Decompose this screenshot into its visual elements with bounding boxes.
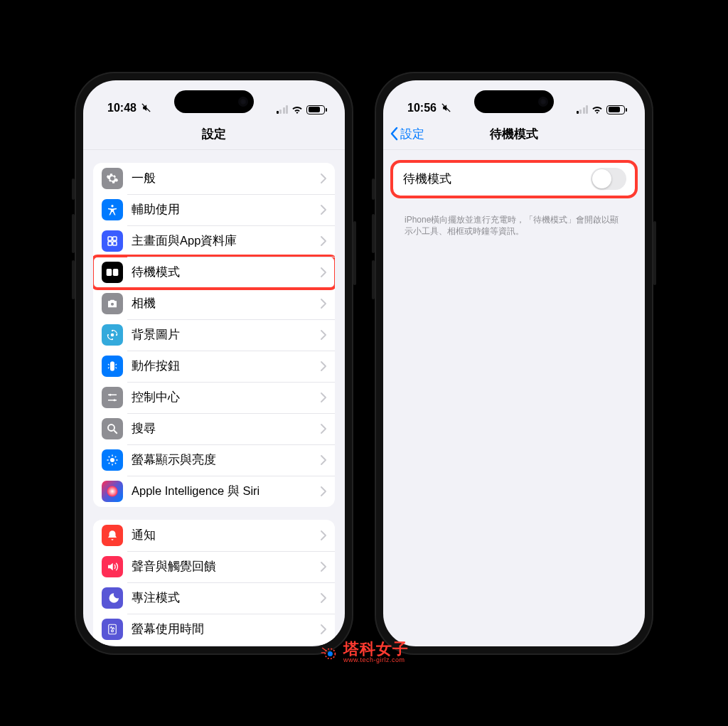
- settings-row-wallpaper[interactable]: 背景圖片: [93, 319, 335, 351]
- row-label: 動作按鈕: [132, 358, 321, 374]
- mute-icon: [141, 102, 151, 113]
- svg-line-20: [114, 430, 117, 434]
- screen-right: 10:56 設定 待機模式: [383, 80, 645, 646]
- settings-row-camera[interactable]: 相機: [93, 288, 335, 319]
- settings-row-screentime[interactable]: 螢幕使用時間: [93, 614, 335, 645]
- focus-icon: [102, 587, 123, 609]
- standby-toggle-off[interactable]: [591, 168, 626, 190]
- chevron-right-icon: [321, 205, 326, 215]
- status-time: 10:56: [407, 102, 437, 114]
- standby-footer-text: iPhone橫向擺放並進行充電時，「待機模式」會開啟以顯示小工具、相框或時鐘等資…: [393, 208, 635, 238]
- settings-row-focus[interactable]: 專注模式: [93, 582, 335, 614]
- chevron-right-icon: [321, 424, 326, 434]
- toggle-label: 待機模式: [402, 171, 591, 187]
- svg-rect-6: [107, 269, 112, 276]
- row-label: 待機模式: [132, 265, 321, 280]
- settings-row-sound[interactable]: 聲音與觸覺回饋: [93, 551, 335, 582]
- chevron-right-icon: [321, 299, 326, 309]
- standby-icon: [102, 262, 123, 283]
- watermark-sub: www.tech-girlz.com: [343, 657, 405, 663]
- svg-line-26: [109, 456, 110, 457]
- nav-bar: 設定 待機模式: [383, 119, 645, 150]
- svg-point-19: [108, 425, 114, 431]
- chevron-right-icon: [321, 486, 326, 496]
- screentime-icon: [102, 619, 123, 640]
- svg-point-10: [112, 329, 113, 331]
- camera-icon: [102, 293, 123, 314]
- volume-down-button: [372, 214, 375, 253]
- volume-down-button: [72, 214, 75, 253]
- row-label: Apple Intelligence 與 Siri: [132, 484, 321, 499]
- toggle-knob: [592, 169, 611, 188]
- svg-point-30: [107, 486, 118, 496]
- screen-left: 10:48 設定 一般輔助使用主畫面與App資料庫待機模式相機背景圖片動作按鈕控: [83, 80, 345, 646]
- action-button-physical: [372, 260, 375, 299]
- row-label: 輔助使用: [132, 202, 321, 218]
- svg-point-11: [116, 333, 117, 335]
- mute-icon: [441, 102, 451, 113]
- volume-up-button: [72, 178, 75, 200]
- svg-point-12: [112, 338, 113, 339]
- chevron-right-icon: [321, 593, 326, 603]
- settings-row-control[interactable]: 控制中心: [93, 382, 335, 413]
- svg-line-28: [109, 462, 110, 464]
- row-label: 聲音與觸覺回饋: [132, 559, 321, 575]
- chevron-right-icon: [321, 530, 326, 540]
- settings-row-siri[interactable]: Apple Intelligence 與 Siri: [93, 476, 335, 507]
- siri-icon: [102, 481, 123, 502]
- general-icon: [102, 168, 123, 189]
- back-button[interactable]: 設定: [389, 126, 424, 142]
- row-label: 螢幕顯示與亮度: [132, 452, 321, 468]
- chevron-left-icon: [389, 127, 399, 141]
- svg-point-13: [107, 333, 109, 335]
- chevron-right-icon: [321, 562, 326, 572]
- home-icon: [102, 230, 123, 252]
- settings-row-accessibility[interactable]: 輔助使用: [93, 194, 335, 225]
- svg-rect-7: [113, 269, 119, 276]
- phone-right: 10:56 設定 待機模式: [375, 72, 653, 655]
- chevron-right-icon: [321, 455, 326, 465]
- back-label: 設定: [400, 126, 424, 142]
- svg-rect-4: [108, 241, 112, 245]
- status-time: 10:48: [107, 102, 136, 114]
- chevron-right-icon: [321, 174, 326, 183]
- sound-icon: [102, 556, 123, 577]
- dynamic-island: [474, 90, 554, 113]
- row-label: 專注模式: [132, 590, 321, 606]
- accessibility-icon: [102, 199, 123, 220]
- wifi-icon: [592, 105, 603, 114]
- svg-point-9: [111, 333, 114, 336]
- settings-row-notif[interactable]: 通知: [93, 520, 335, 551]
- nav-title: 待機模式: [490, 126, 538, 142]
- svg-rect-2: [108, 237, 112, 240]
- row-label: 一般: [132, 171, 321, 186]
- standby-toggle-row[interactable]: 待機模式: [393, 163, 635, 196]
- svg-point-1: [111, 205, 113, 207]
- settings-row-standby[interactable]: 待機模式: [93, 257, 335, 288]
- row-label: 通知: [132, 528, 321, 543]
- settings-row-home[interactable]: 主畫面與App資料庫: [93, 225, 335, 257]
- settings-list[interactable]: 一般輔助使用主畫面與App資料庫待機模式相機背景圖片動作按鈕控制中心搜尋螢幕顯示…: [83, 150, 345, 646]
- settings-row-general[interactable]: 一般: [93, 163, 335, 194]
- settings-row-action[interactable]: 動作按鈕: [93, 351, 335, 382]
- svg-line-27: [115, 462, 117, 464]
- settings-row-display[interactable]: 螢幕顯示與亮度: [93, 444, 335, 476]
- chevron-right-icon: [321, 361, 326, 371]
- chevron-right-icon: [321, 236, 326, 246]
- settings-row-search[interactable]: 搜尋: [93, 413, 335, 444]
- settings-group-2: 通知聲音與觸覺回饋專注模式螢幕使用時間: [93, 520, 335, 645]
- standby-settings: 待機模式 iPhone橫向擺放並進行充電時，「待機模式」會開啟以顯示小工具、相框…: [383, 150, 645, 646]
- power-button: [353, 221, 356, 285]
- phone-left: 10:48 設定 一般輔助使用主畫面與App資料庫待機模式相機背景圖片動作按鈕控: [75, 72, 353, 655]
- display-icon: [102, 449, 123, 471]
- wifi-icon: [291, 105, 303, 114]
- wallpaper-icon: [102, 324, 123, 346]
- svg-rect-3: [113, 237, 117, 240]
- battery-icon: [306, 105, 325, 114]
- row-label: 搜尋: [132, 421, 321, 437]
- row-label: 螢幕使用時間: [132, 621, 321, 637]
- row-label: 背景圖片: [132, 327, 321, 343]
- svg-rect-5: [113, 241, 117, 245]
- row-label: 主畫面與App資料庫: [132, 233, 321, 249]
- svg-rect-14: [110, 361, 114, 371]
